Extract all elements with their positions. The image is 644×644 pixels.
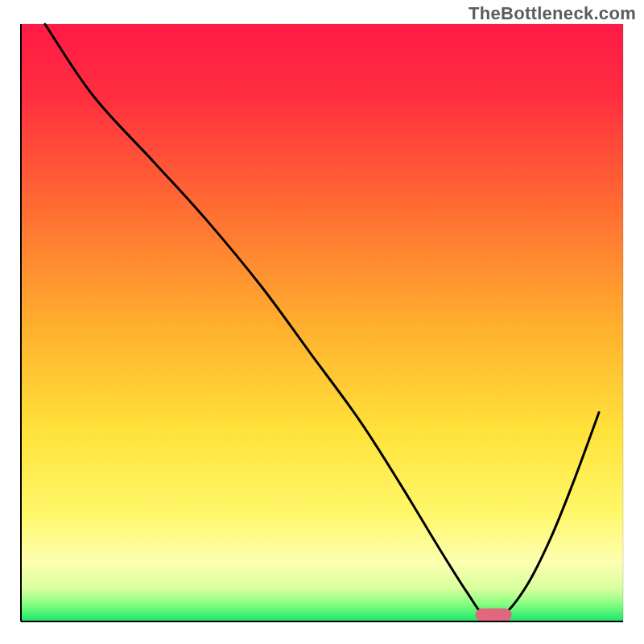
bottleneck-chart bbox=[0, 0, 644, 644]
optimum-marker bbox=[476, 609, 512, 621]
watermark-text: TheBottleneck.com bbox=[469, 3, 636, 24]
chart-container: TheBottleneck.com bbox=[0, 0, 644, 644]
plot-background bbox=[21, 24, 623, 621]
